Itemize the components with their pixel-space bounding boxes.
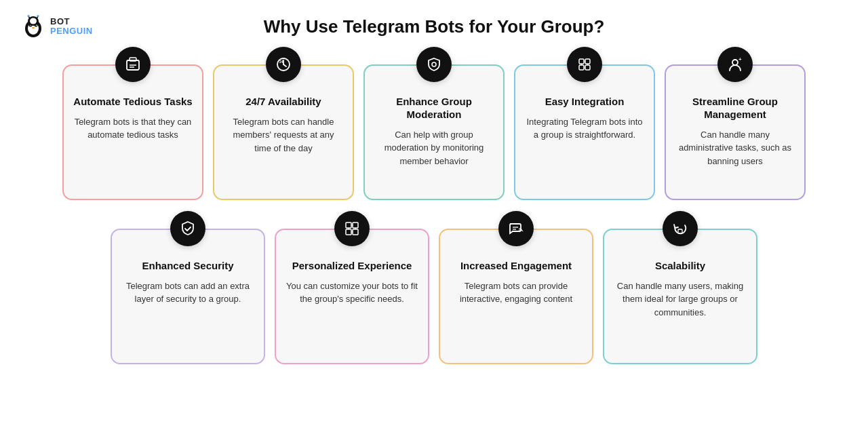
availability-icon: 24 (266, 47, 301, 82)
card-security: Enhanced Security Telegram bots can add … (111, 229, 265, 364)
svg-rect-24 (579, 65, 584, 70)
security-title: Enhanced Security (142, 260, 233, 273)
automate-icon (115, 47, 151, 82)
automate-desc: Telegram bots is that they can automate … (73, 115, 193, 142)
svg-point-12 (30, 18, 37, 24)
streamline-title: Streamline Group Management (675, 96, 795, 121)
streamline-icon: + (717, 47, 753, 82)
engagement-desc: Telegram bots can provide interactive, e… (450, 279, 583, 306)
svg-line-19 (283, 64, 286, 66)
personalized-desc: You can customize your bots to fit the g… (285, 279, 418, 306)
svg-text:+: + (738, 56, 742, 62)
streamline-desc: Can handle many administrative tasks, su… (675, 128, 795, 168)
svg-rect-32 (346, 222, 351, 228)
moderation-title: Enhance Group Moderation (374, 96, 494, 121)
top-cards-row: Automate Tedious Tasks Telegram bots is … (20, 64, 848, 200)
svg-rect-22 (579, 59, 584, 64)
integration-icon (567, 47, 602, 82)
card-moderation: Enhance Group Moderation Can help with g… (363, 64, 505, 200)
security-desc: Telegram bots can add an extra layer of … (121, 279, 254, 306)
svg-rect-14 (130, 58, 136, 61)
engagement-title: Increased Engagement (460, 260, 572, 273)
svg-point-10 (37, 15, 39, 17)
svg-rect-35 (353, 229, 358, 235)
svg-point-21 (432, 62, 436, 66)
engagement-icon (498, 211, 534, 246)
availability-desc: Telegram bots can handle members' reques… (224, 115, 343, 155)
svg-rect-34 (346, 229, 351, 235)
personalized-icon (334, 211, 370, 246)
card-integration: Easy Integration Integrating Telegram bo… (514, 64, 655, 200)
bottom-cards-row: Enhanced Security Telegram bots can add … (20, 229, 848, 364)
logo: BOT PENGUIN (20, 14, 93, 39)
svg-point-6 (32, 27, 35, 28)
automate-title: Automate Tedious Tasks (73, 96, 192, 109)
logo-text: BOT PENGUIN (50, 17, 93, 37)
card-personalized: Personalized Experience You can customiz… (275, 229, 429, 364)
moderation-icon (416, 47, 452, 82)
moderation-desc: Can help with group moderation by monito… (374, 128, 494, 168)
availability-title: 24/7 Availability (245, 96, 321, 109)
svg-rect-23 (585, 59, 590, 64)
integration-title: Easy Integration (545, 96, 625, 109)
page-title: Why Use Telegram Bots for Your Group? (20, 14, 848, 37)
integration-desc: Integrating Telegram bots into a group i… (525, 115, 644, 142)
svg-point-30 (732, 60, 738, 65)
svg-rect-25 (585, 65, 590, 70)
svg-text:24: 24 (279, 60, 283, 64)
card-engagement: Increased Engagement Telegram bots can p… (439, 229, 593, 364)
scalability-icon (663, 211, 698, 246)
scalability-desc: Can handle many users, making them ideal… (614, 279, 747, 320)
card-automate: Automate Tedious Tasks Telegram bots is … (62, 64, 203, 200)
card-streamline: + Streamline Group Management Can handle… (665, 64, 806, 200)
scalability-title: Scalability (655, 260, 705, 273)
card-scalability: Scalability Can handle many users, makin… (603, 229, 757, 364)
personalized-title: Personalized Experience (292, 260, 412, 273)
page: BOT PENGUIN Why Use Telegram Bots for Yo… (0, 0, 868, 426)
svg-rect-33 (353, 222, 358, 228)
card-availability: 24 24/7 Availability Telegram bots can h… (213, 64, 354, 200)
svg-point-8 (28, 15, 30, 17)
security-icon (170, 211, 205, 246)
